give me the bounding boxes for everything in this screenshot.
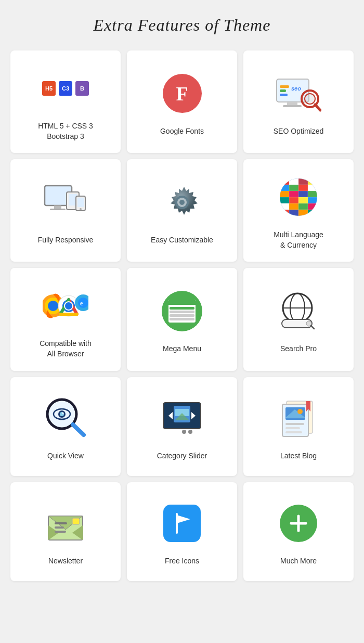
svg-rect-41 bbox=[298, 203, 308, 210]
svg-rect-45 bbox=[298, 210, 308, 216]
svg-line-78 bbox=[73, 425, 84, 435]
much-more-icon bbox=[275, 500, 322, 547]
svg-text:seo: seo bbox=[291, 85, 301, 92]
newsletter-svg bbox=[44, 505, 87, 542]
svg-point-77 bbox=[62, 412, 64, 414]
svg-point-58 bbox=[48, 301, 58, 311]
svg-rect-103 bbox=[55, 531, 66, 533]
feature-card-responsive: Fully Responsive bbox=[10, 159, 121, 262]
free-icons-box bbox=[163, 505, 201, 542]
svg-point-63 bbox=[65, 302, 72, 310]
svg-marker-106 bbox=[177, 515, 190, 523]
feature-card-catslider: Category Slider bbox=[127, 377, 237, 476]
browsers-icon: e bbox=[42, 282, 89, 329]
svg-rect-44 bbox=[289, 210, 298, 216]
feature-card-browser: e Compatible withAll Browser bbox=[10, 268, 121, 370]
svg-line-9 bbox=[315, 105, 320, 110]
svg-point-86 bbox=[182, 430, 186, 434]
bootstrap-badge: B bbox=[75, 81, 89, 96]
svg-rect-12 bbox=[50, 209, 66, 210]
catslider-svg bbox=[159, 401, 205, 436]
browser-label: Compatible withAll Browser bbox=[40, 339, 92, 359]
quickview-svg bbox=[44, 397, 87, 439]
google-fonts-label: Google Fonts bbox=[160, 126, 204, 137]
blog-svg bbox=[278, 398, 319, 439]
svg-rect-35 bbox=[280, 197, 289, 203]
category-slider-icon bbox=[159, 395, 205, 442]
gear-icon bbox=[159, 179, 205, 226]
svg-rect-25 bbox=[298, 178, 308, 185]
newsletter-label: Newsletter bbox=[48, 556, 83, 567]
feature-card-newsletter: Newsletter bbox=[10, 482, 121, 581]
svg-point-85 bbox=[176, 430, 180, 434]
multilang-label: Multi Language& Currency bbox=[274, 230, 323, 250]
globe-flags-icon bbox=[275, 174, 322, 221]
search-pro-icon bbox=[275, 288, 322, 335]
feature-card-muchmore: Much More bbox=[243, 482, 354, 581]
svg-rect-16 bbox=[77, 198, 84, 207]
svg-point-20 bbox=[179, 200, 185, 205]
svg-rect-3 bbox=[280, 85, 289, 88]
svg-rect-37 bbox=[298, 197, 308, 203]
feature-card-google-fonts: F Google Fonts bbox=[127, 50, 237, 153]
responsive-label: Fully Responsive bbox=[38, 235, 94, 246]
svg-rect-32 bbox=[289, 191, 298, 197]
svg-point-87 bbox=[188, 430, 192, 434]
latest-blog-icon bbox=[275, 395, 322, 442]
feature-card-searchpro: Search Pro bbox=[243, 268, 354, 370]
svg-rect-5 bbox=[280, 94, 288, 96]
svg-rect-104 bbox=[72, 518, 80, 524]
svg-point-17 bbox=[80, 208, 82, 210]
muchmore-label: Much More bbox=[280, 556, 317, 567]
svg-rect-102 bbox=[55, 526, 64, 529]
feature-card-seo: seo SEO Optimized bbox=[243, 50, 354, 153]
feature-card-freeicons: Free Icons bbox=[127, 482, 237, 581]
google-fonts-icon: F bbox=[159, 70, 205, 117]
page-container: Extra Features of Theme H5 C3 B HTML 5 +… bbox=[0, 0, 364, 597]
feature-card-megamenu: Mega Menu bbox=[127, 268, 237, 370]
seo-svg: seo bbox=[276, 75, 321, 112]
svg-rect-1 bbox=[287, 102, 297, 105]
svg-rect-94 bbox=[285, 427, 300, 429]
html5-badge: H5 bbox=[42, 81, 56, 96]
svg-rect-2 bbox=[283, 105, 302, 107]
gear-svg bbox=[163, 184, 201, 221]
svg-rect-24 bbox=[289, 178, 298, 185]
browsers-svg: e bbox=[43, 288, 88, 324]
feature-card-multilang: Multi Language& Currency bbox=[243, 159, 354, 262]
svg-rect-95 bbox=[285, 431, 302, 433]
searchpro-svg bbox=[278, 292, 319, 330]
feature-card-customizable: Easy Customizable bbox=[127, 159, 237, 262]
svg-text:e: e bbox=[80, 300, 83, 307]
svg-rect-34 bbox=[308, 191, 317, 197]
css3-badge: C3 bbox=[59, 81, 72, 96]
megamenu-label: Mega Menu bbox=[163, 344, 201, 354]
free-icons-icon bbox=[159, 500, 205, 547]
gfonts-circle: F bbox=[163, 74, 202, 113]
svg-rect-40 bbox=[289, 203, 298, 210]
svg-rect-31 bbox=[280, 191, 289, 197]
page-title: Extra Features of Theme bbox=[10, 16, 354, 35]
freeicons-label: Free Icons bbox=[165, 556, 199, 567]
feature-card-quickview: Quick View bbox=[10, 377, 121, 476]
svg-rect-29 bbox=[298, 185, 308, 191]
feature-card-blog: Latest Blog bbox=[243, 377, 354, 476]
responsive-svg bbox=[43, 184, 88, 221]
customizable-label: Easy Customizable bbox=[151, 235, 213, 246]
responsive-icon bbox=[42, 179, 89, 226]
html-css-bootstrap-icon: H5 C3 B bbox=[42, 65, 89, 112]
svg-point-8 bbox=[305, 94, 315, 104]
much-more-circle bbox=[280, 505, 317, 542]
blog-label: Latest Blog bbox=[280, 451, 317, 461]
svg-rect-4 bbox=[280, 89, 286, 92]
quickview-icon bbox=[42, 395, 89, 442]
quickview-label: Quick View bbox=[47, 451, 84, 461]
html-css-bootstrap-label: HTML 5 + CSS 3Bootstrap 3 bbox=[38, 121, 93, 142]
svg-rect-33 bbox=[298, 191, 308, 197]
svg-line-72 bbox=[311, 326, 314, 329]
seo-icon: seo bbox=[275, 70, 322, 117]
flag-svg bbox=[171, 512, 193, 535]
svg-rect-28 bbox=[289, 185, 298, 191]
searchpro-label: Search Pro bbox=[280, 344, 317, 354]
plus-svg bbox=[288, 513, 309, 534]
